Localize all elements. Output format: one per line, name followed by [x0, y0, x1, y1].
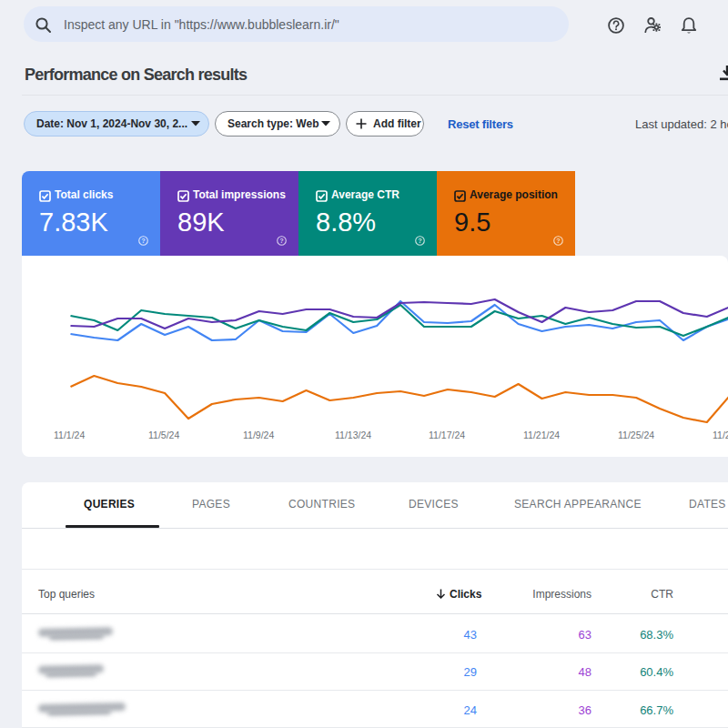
svg-text:?: ?	[418, 237, 422, 245]
svg-text:?: ?	[279, 237, 284, 245]
svg-text:?: ?	[556, 237, 561, 245]
svg-text:?: ?	[141, 237, 146, 245]
